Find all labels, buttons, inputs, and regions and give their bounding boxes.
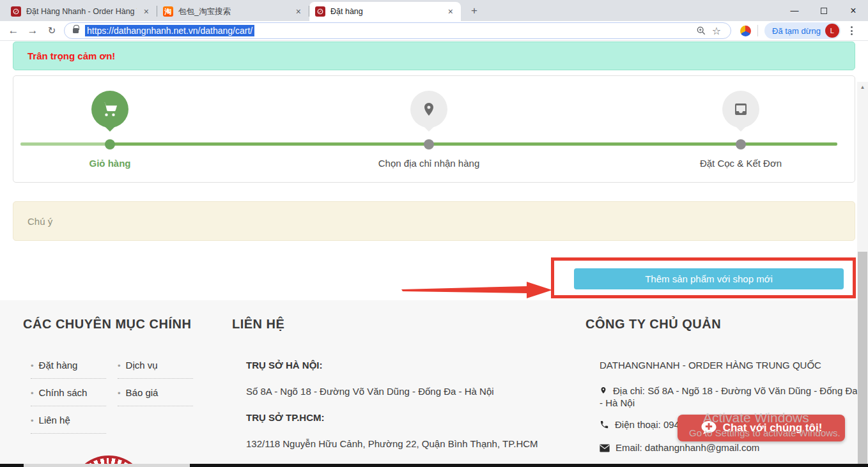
site-favicon-icon xyxy=(11,6,21,17)
browser-menu-button[interactable] xyxy=(844,23,860,38)
close-window-button[interactable]: × xyxy=(839,0,868,21)
new-tab-button[interactable]: + xyxy=(466,3,483,19)
phone-icon xyxy=(600,420,609,431)
reload-button[interactable]: ↻ xyxy=(42,22,61,40)
step-cart: Giỏ hàng xyxy=(20,76,199,128)
back-button[interactable]: ← xyxy=(4,22,23,40)
tab-taobao-search[interactable]: 淘 包包_淘宝搜索 × xyxy=(157,2,309,21)
close-tab-icon[interactable]: × xyxy=(446,6,455,17)
tab-title: 包包_淘宝搜索 xyxy=(178,6,289,17)
company-address: Địa chỉ: Số 8A - Ngõ 18 - Đường Võ Văn D… xyxy=(600,385,860,408)
footer-contact: LIÊN HỆ TRỤ SỞ HÀ NỘI: Số 8A - Ngõ 18 - … xyxy=(232,317,532,464)
step-label: Chọn địa chỉ nhận hàng xyxy=(339,158,518,169)
footer-company: CÔNG TY CHỦ QUẢN DATHANGNHANH - ORDER HÀ… xyxy=(585,317,860,467)
bullet-icon: • xyxy=(31,416,34,425)
scroll-up-icon[interactable]: ▲ xyxy=(857,82,868,92)
location-pin-icon xyxy=(600,385,607,397)
forward-button[interactable]: → xyxy=(23,22,42,40)
company-email: Email: dathangnhanh@gmail.com xyxy=(600,442,860,454)
profile-avatar: L xyxy=(825,24,839,38)
company-name: DATHANGNHANH - ORDER HÀNG TRUNG QUỐC xyxy=(600,360,860,371)
step-label: Đặt Cọc & Kết Đơn xyxy=(651,158,830,169)
browser-toolbar: ← → ↻ https://dathangnhanh.net.vn/dathan… xyxy=(0,21,868,41)
location-pin-icon xyxy=(410,91,447,128)
address-bar[interactable]: https://dathangnhanh.net.vn/dathang/cart… xyxy=(64,22,731,39)
footer-contact-title: LIÊN HỆ xyxy=(232,317,532,332)
notice-box: Chú ý xyxy=(13,201,855,241)
footer-link-chinh-sach[interactable]: •Chính sách xyxy=(31,387,106,406)
footer-link-dat-hang[interactable]: •Đặt hàng xyxy=(31,360,106,379)
checkout-stepper: Giỏ hàng Chọn địa chỉ nhận hàng Đặt Cọc … xyxy=(13,75,855,183)
profile-paused-label: Đã tạm dừng xyxy=(772,26,821,36)
tab-title: Đặt Hàng Nhanh - Order Hàng T xyxy=(26,7,137,16)
footer-link-dich-vu[interactable]: •Dịch vụ xyxy=(118,360,193,379)
bullet-icon: • xyxy=(31,388,34,398)
cart-icon xyxy=(91,91,128,128)
footer-categories: CÁC CHUYÊN MỤC CHÍNH •Đặt hàng •Chính sá… xyxy=(23,317,221,442)
chat-bubble-icon xyxy=(701,420,717,436)
tab-strip: Đặt Hàng Nhanh - Order Hàng T × 淘 包包_淘宝搜… xyxy=(0,0,868,21)
annotation-arrow-icon xyxy=(401,280,554,300)
minimize-button[interactable]: — xyxy=(780,0,809,21)
close-tab-icon[interactable]: × xyxy=(294,6,303,17)
taobao-favicon-icon: 淘 xyxy=(163,6,173,17)
chat-button-label: Chat với chúng tôi! xyxy=(723,422,823,434)
footer-link-bao-gia[interactable]: •Báo giá xyxy=(118,387,193,406)
maximize-icon xyxy=(821,8,827,14)
browser-window: Đặt Hàng Nhanh - Order Hàng T × 淘 包包_淘宝搜… xyxy=(0,0,868,467)
tab-dat-hang-active[interactable]: Đặt hàng × xyxy=(309,2,461,21)
url-input[interactable]: https://dathangnhanh.net.vn/dathang/cart… xyxy=(85,25,254,36)
window-controls: — × xyxy=(780,0,868,21)
chat-button[interactable]: Chat với chúng tôi! xyxy=(678,415,845,441)
page-content: Trân trọng cảm ơn! Giỏ hàng Chọn địa chỉ… xyxy=(0,41,868,464)
vertical-scrollbar-thumb[interactable] xyxy=(858,252,867,467)
extension-icon[interactable] xyxy=(740,26,751,36)
envelope-icon xyxy=(600,443,610,454)
zoom-page-icon[interactable] xyxy=(694,23,709,38)
site-favicon-icon xyxy=(315,6,325,17)
inbox-icon xyxy=(722,91,759,128)
close-tab-icon[interactable]: × xyxy=(142,6,151,17)
step-address: Chọn địa chỉ nhận hàng xyxy=(339,76,518,128)
horizontal-scrollbar-thumb[interactable] xyxy=(24,464,190,467)
step-dot xyxy=(736,139,746,149)
lock-icon xyxy=(73,28,79,33)
bullet-icon: • xyxy=(118,388,121,398)
office-hcm-address: 132/118 Nguyễn Hữu Cảnh, Phường 22, Quận… xyxy=(246,438,532,449)
bullet-icon: • xyxy=(31,361,34,371)
maximize-button[interactable] xyxy=(809,0,839,21)
toolbar-divider xyxy=(757,25,758,36)
bullet-icon: • xyxy=(118,361,121,371)
step-label: Giỏ hàng xyxy=(20,158,199,169)
profile-paused-button[interactable]: Đã tạm dừng L xyxy=(764,22,841,39)
footer-link-lien-he[interactable]: •Liên hệ xyxy=(31,415,106,434)
vertical-scrollbar[interactable]: ▲ ▼ xyxy=(857,82,868,467)
step-dot xyxy=(424,139,434,149)
tab-dathangnhanh-home[interactable]: Đặt Hàng Nhanh - Order Hàng T × xyxy=(5,2,157,21)
footer-categories-title: CÁC CHUYÊN MỤC CHÍNH xyxy=(23,317,221,332)
bottom-bar xyxy=(0,464,868,467)
notice-text: Chú ý xyxy=(27,216,52,227)
footer-company-title: CÔNG TY CHỦ QUẢN xyxy=(585,317,860,332)
thank-you-alert: Trân trọng cảm ơn! xyxy=(13,42,855,70)
office-hcm-label: TRỤ SỞ TP.HCM: xyxy=(246,412,532,423)
thank-you-text: Trân trọng cảm ơn! xyxy=(27,50,115,61)
bookmark-star-icon[interactable]: ☆ xyxy=(709,23,724,38)
footer-links: •Đặt hàng •Chính sách •Liên hệ •Dịch vụ … xyxy=(23,360,221,442)
office-hanoi-address: Số 8A - Ngõ 18 - Đường Võ Văn Dũng - Đốn… xyxy=(246,386,532,397)
add-shop-button[interactable]: Thêm sản phẩm với shop mới xyxy=(574,268,844,289)
step-deposit: Đặt Cọc & Kết Đơn xyxy=(651,76,830,128)
office-hanoi-label: TRỤ SỞ HÀ NỘI: xyxy=(246,360,532,371)
tab-title: Đặt hàng xyxy=(330,7,441,16)
step-dot xyxy=(105,139,115,149)
